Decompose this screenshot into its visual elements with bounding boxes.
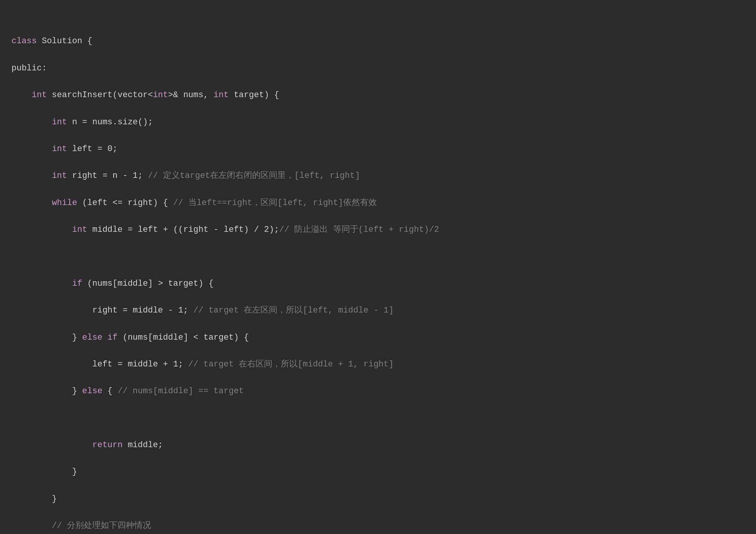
line-17: }	[11, 465, 745, 479]
code-block: class Solution { public: int searchInser…	[0, 0, 756, 534]
line-6: int right = n - 1; // 定义target在左闭右闭的区间里，…	[11, 169, 745, 182]
line-7: while (left <= right) { // 当left==right，…	[11, 196, 745, 210]
line-8: int middle = left + ((right - left) / 2)…	[11, 223, 745, 236]
line-1: class Solution {	[11, 34, 745, 48]
line-13: left = middle + 1; // target 在右区间，所以[mid…	[11, 358, 745, 371]
line-5: int left = 0;	[11, 142, 745, 156]
line-11: right = middle - 1; // target 在左区间，所以[le…	[11, 304, 745, 317]
line-15	[11, 412, 745, 425]
line-16: return middle;	[11, 438, 745, 452]
line-9	[11, 250, 745, 263]
line-12: } else if (nums[middle] < target) {	[11, 331, 745, 344]
line-14: } else { // nums[middle] == target	[11, 384, 745, 398]
line-4: int n = nums.size();	[11, 116, 745, 129]
line-3: int searchInsert(vector<int>& nums, int …	[11, 88, 745, 102]
line-18: }	[11, 492, 745, 506]
line-2: public:	[11, 62, 745, 75]
line-10: if (nums[middle] > target) {	[11, 277, 745, 290]
line-19: // 分别处理如下四种情况	[11, 519, 745, 532]
